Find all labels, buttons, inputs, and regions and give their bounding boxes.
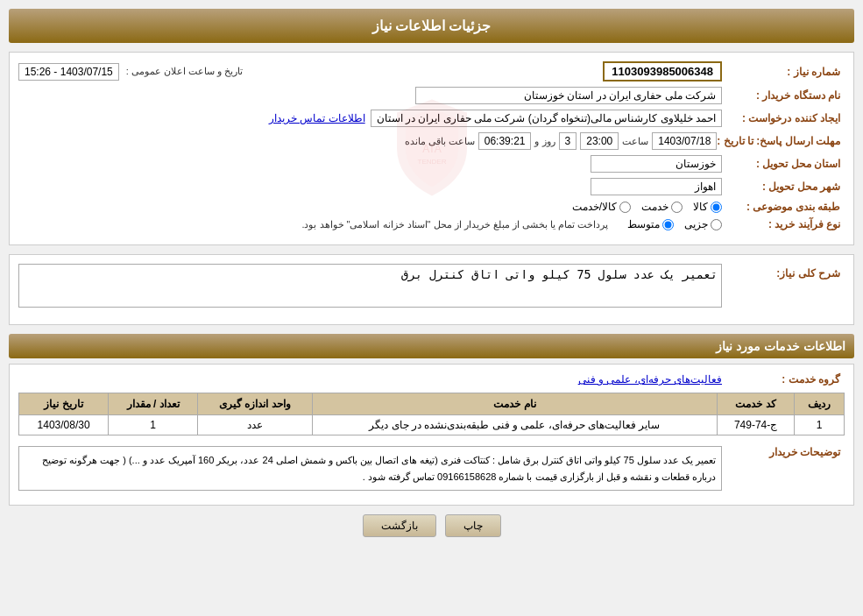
service-group-row: گروه خدمت : فعالیت‌های حرفه‌ای، علمی و ف… <box>18 373 845 386</box>
response-deadline-row: مهلت ارسال پاسخ: تا تاریخ : 1403/07/18 س… <box>18 132 845 150</box>
need-number-row: شماره نیاز : 1103093985006348 تاریخ و سا… <box>18 61 845 81</box>
purchase-medium[interactable]: متوسط <box>627 218 674 230</box>
category-label: طبقه بندی موضوعی : <box>722 201 845 213</box>
buyer-desc-label: توضیحات خریدار <box>722 443 845 458</box>
response-date-value: 1403/07/18 <box>652 132 717 150</box>
response-deadline-fields: 1403/07/18 ساعت 23:00 3 روز و 06:39:21 س… <box>405 132 718 150</box>
purchase-type-radio-group: جزیی متوسط پرداخت تمام یا بخشی از مبلغ خ… <box>301 218 722 230</box>
date-announce-label: تاریخ و ساعت اعلان عمومی : <box>126 66 243 77</box>
response-remaining-value: 06:39:21 <box>478 132 532 150</box>
response-time-value: 23:00 <box>580 132 619 150</box>
cell-unit: عدد <box>198 415 313 435</box>
purchase-partial[interactable]: جزیی <box>684 218 722 230</box>
service-group-label: گروه خدمت : <box>722 373 845 386</box>
category-goods-label: کالا <box>693 201 708 213</box>
category-radio-service[interactable] <box>671 202 683 213</box>
col-service-code: کد خدمت <box>718 393 795 415</box>
service-info-title: اطلاعات خدمات مورد نیاز <box>9 334 854 358</box>
service-group-value[interactable]: فعالیت‌های حرفه‌ای، علمی و فنی <box>578 373 722 386</box>
service-info-card: گروه خدمت : فعالیت‌های حرفه‌ای، علمی و ف… <box>9 364 854 506</box>
purchase-partial-label: جزیی <box>684 218 708 230</box>
purchase-radio-partial[interactable] <box>711 219 722 230</box>
main-card: ATA TENDER شماره نیاز : 1103093985006348… <box>9 52 854 245</box>
buyer-org-value: شرکت ملی حفاری ایران در استان خوزستان <box>415 87 722 104</box>
response-deadline-label: مهلت ارسال پاسخ: تا تاریخ : <box>717 135 845 147</box>
service-table-section: ردیف کد خدمت نام خدمت واحد اندازه گیری ت… <box>18 393 845 435</box>
cell-date: 1403/08/30 <box>19 415 109 435</box>
need-desc-label: شرح کلی نیاز: <box>722 264 845 280</box>
creator-contact-link[interactable]: اطلاعات تماس خریدار <box>269 112 365 124</box>
col-quantity: تعداد / مقدار <box>109 393 198 415</box>
cell-quantity: 1 <box>109 415 198 435</box>
page-title: جزئیات اطلاعات نیاز <box>372 18 492 33</box>
need-number-label: شماره نیاز : <box>722 66 845 78</box>
date-announce-value: 1403/07/15 - 15:26 <box>18 63 119 81</box>
buyer-desc-content: تعمیر یک عدد سلول 75 کیلو واتی اتاق کنتر… <box>18 446 722 491</box>
col-date: تاریخ نیاز <box>19 393 109 415</box>
table-row: 1 ج-74-749 سایر فعالیت‌های حرفه‌ای، علمی… <box>19 415 845 435</box>
need-desc-textarea[interactable] <box>18 264 722 308</box>
purchase-note: پرداخت تمام یا بخشی از مبلغ خریدار از مح… <box>301 219 608 230</box>
col-unit: واحد اندازه گیری <box>198 393 313 415</box>
buyer-org-label: نام دستگاه خریدار : <box>722 89 845 102</box>
category-service-label: خدمت <box>641 201 668 213</box>
page-wrapper: جزئیات اطلاعات نیاز ATA TENDER شماره نیا… <box>0 0 863 616</box>
creator-row: ایجاد کننده درخواست : احمد خلیلاوی کارشن… <box>18 110 845 127</box>
purchase-type-label: نوع فرآیند خرید : <box>722 218 845 230</box>
province-value: خوزستان <box>591 155 722 173</box>
category-radio-goods[interactable] <box>711 202 722 213</box>
need-desc-row: شرح کلی نیاز: <box>18 264 845 310</box>
response-time-label: ساعت <box>622 136 648 147</box>
table-header-row: ردیف کد خدمت نام خدمت واحد اندازه گیری ت… <box>19 393 845 415</box>
response-days-label: روز و <box>534 136 555 147</box>
response-remaining-label: ساعت باقی مانده <box>405 136 475 147</box>
category-radio-both[interactable] <box>619 202 631 213</box>
print-button[interactable]: چاپ <box>445 514 501 537</box>
cell-service-code: ج-74-749 <box>718 415 795 435</box>
category-row: طبقه بندی موضوعی : کالا خدمت کالا/خدمت <box>18 201 845 213</box>
province-row: استان محل تحویل : خوزستان <box>18 155 845 173</box>
category-radio-group: کالا خدمت کالا/خدمت <box>572 201 722 213</box>
cell-service-name: سایر فعالیت‌های حرفه‌ای، علمی و فنی طبقه… <box>312 415 717 435</box>
cell-row-num: 1 <box>795 415 845 435</box>
category-option-both[interactable]: کالا/خدمت <box>572 201 631 213</box>
creator-value: احمد خلیلاوی کارشناس مالی(تنخواه گردان) … <box>371 110 722 127</box>
purchase-radio-medium[interactable] <box>662 219 674 230</box>
province-label: استان محل تحویل : <box>722 158 845 170</box>
service-table-body: 1 ج-74-749 سایر فعالیت‌های حرفه‌ای، علمی… <box>19 415 845 435</box>
city-value: اهواز <box>591 178 722 195</box>
category-option-goods[interactable]: کالا <box>693 201 722 213</box>
buyer-desc-row: توضیحات خریدار تعمیر یک عدد سلول 75 کیلو… <box>18 443 845 491</box>
purchase-medium-label: متوسط <box>627 218 660 230</box>
back-button[interactable]: بازگشت <box>363 514 436 537</box>
category-option-service[interactable]: خدمت <box>641 201 683 213</box>
city-label: شهر محل تحویل : <box>722 181 845 193</box>
col-service-name: نام خدمت <box>312 393 717 415</box>
bottom-buttons: چاپ بازگشت <box>9 514 854 537</box>
need-number-value: 1103093985006348 <box>603 61 722 81</box>
category-both-label: کالا/خدمت <box>572 201 617 213</box>
col-row-num: ردیف <box>795 393 845 415</box>
need-desc-card: شرح کلی نیاز: <box>9 254 854 325</box>
page-header: جزئیات اطلاعات نیاز <box>9 9 854 43</box>
creator-label: ایجاد کننده درخواست : <box>722 112 845 124</box>
buyer-org-row: نام دستگاه خریدار : شرکت ملی حفاری ایران… <box>18 87 845 104</box>
service-table: ردیف کد خدمت نام خدمت واحد اندازه گیری ت… <box>18 393 845 435</box>
purchase-type-row: نوع فرآیند خرید : جزیی متوسط پرداخت تمام… <box>18 218 845 230</box>
response-days-value: 3 <box>559 132 577 150</box>
city-row: شهر محل تحویل : اهواز <box>18 178 845 195</box>
need-desc-wrapper <box>18 264 722 310</box>
